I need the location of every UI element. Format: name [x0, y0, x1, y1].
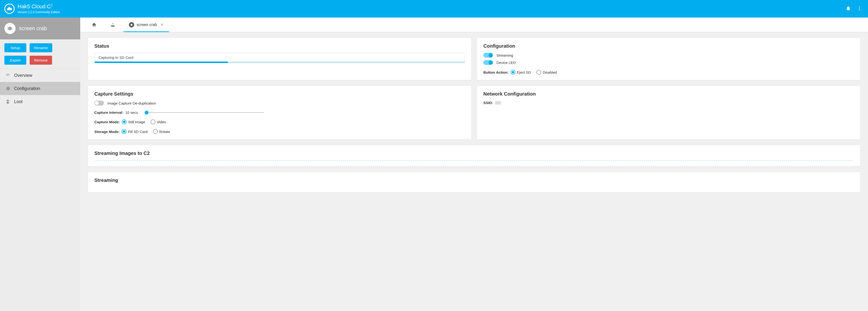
- app-brand: Hak5 Cloud C2 Version 2.2.0 Community Ed…: [18, 4, 60, 13]
- streaming-divider: [94, 160, 854, 161]
- capture-settings-heading: Capture Settings: [94, 91, 465, 97]
- status-heading: Status: [94, 43, 465, 49]
- button-action-label: Button Action:: [483, 70, 509, 74]
- streaming-card: Streaming: [88, 172, 860, 192]
- button-action-disabled[interactable]: Disabled: [536, 70, 557, 75]
- streaming-label: Streaming: [496, 53, 513, 57]
- option-label: Fill SD Card: [128, 130, 148, 134]
- sidebar-device-name: screen crab: [19, 25, 47, 32]
- radio-icon: [151, 119, 155, 124]
- rename-button[interactable]: Rename: [30, 43, 52, 52]
- ssid-value: [495, 101, 501, 104]
- option-label: Eject SD: [517, 70, 531, 74]
- svg-point-1: [859, 8, 860, 9]
- svg-point-4: [131, 24, 132, 26]
- svg-point-2: [859, 9, 860, 10]
- remove-button[interactable]: Remove: [30, 56, 52, 65]
- storage-mode-fill[interactable]: Fill SD Card: [122, 129, 148, 134]
- sidebar-item-label: Overview: [14, 73, 32, 78]
- configuration-card: Configuration Streaming Device LED Butto…: [477, 38, 860, 80]
- tab-device-screen-crab[interactable]: screen crab ✕: [124, 18, 169, 32]
- home-icon: [91, 22, 97, 28]
- svg-point-0: [859, 6, 860, 7]
- tab-label: screen crab: [137, 23, 157, 27]
- tab-home[interactable]: [86, 18, 104, 32]
- streaming-images-heading: Streaming Images to C2: [94, 151, 854, 156]
- option-label: Video: [157, 120, 166, 124]
- sidebar-item-loot[interactable]: Loot: [0, 95, 80, 108]
- ssid-label: SSID:: [483, 101, 493, 105]
- dedup-label: Image Capture De-duplication: [107, 101, 156, 105]
- dedup-toggle[interactable]: [94, 101, 104, 105]
- device-crab-icon: [129, 22, 134, 28]
- storage-mode-label: Storage Mode:: [94, 130, 120, 134]
- device-led-label: Device LED: [496, 61, 516, 65]
- status-progress: [95, 62, 465, 63]
- button-action-eject[interactable]: Eject SD: [510, 70, 531, 75]
- capture-mode-still[interactable]: Still Image: [122, 119, 145, 124]
- sidebar-actions: Setup Rename Export Remove: [0, 39, 80, 69]
- radio-icon: [153, 129, 158, 134]
- tab-close-icon[interactable]: ✕: [160, 22, 164, 27]
- sidebar-item-configuration[interactable]: Configuration: [0, 82, 80, 95]
- configuration-heading: Configuration: [483, 43, 854, 49]
- network-config-card: Network Configuration SSID:: [477, 86, 860, 139]
- streaming-heading: Streaming: [94, 178, 854, 183]
- capture-mode-video[interactable]: Video: [151, 119, 166, 124]
- sidebar-item-label: Loot: [14, 99, 23, 104]
- more-icon[interactable]: [857, 6, 862, 12]
- loot-icon: [5, 99, 11, 104]
- capture-settings-card: Capture Settings Image Capture De-duplic…: [88, 86, 471, 139]
- status-card: Status Capturing to SD Card: [88, 38, 471, 80]
- gear-icon: [5, 86, 11, 91]
- radio-icon: [536, 70, 541, 75]
- capture-interval-value: 10 secs: [125, 111, 138, 115]
- main: screen crab ✕ Status Capturing to SD Car…: [80, 18, 868, 311]
- sidebar-device-header: screen crab: [0, 18, 80, 39]
- app-version: Version 2.2.0 Community Edition: [18, 10, 60, 14]
- app-title: Hak5 Cloud C2: [18, 4, 60, 9]
- radio-icon: [510, 70, 516, 75]
- sidebar-item-label: Configuration: [14, 86, 40, 91]
- status-box: Capturing to SD Card: [94, 53, 465, 63]
- notifications-icon[interactable]: [846, 6, 851, 12]
- option-label: Still Image: [128, 120, 145, 124]
- option-label: Rotate: [159, 130, 170, 134]
- svg-point-3: [8, 27, 12, 30]
- streaming-images-card: Streaming Images to C2: [88, 145, 860, 166]
- network-config-heading: Network Configuration: [483, 91, 854, 97]
- app-logo: [4, 4, 14, 14]
- setup-button[interactable]: Setup: [4, 43, 26, 52]
- sidebar-nav: Overview Configuration Loot: [0, 69, 80, 108]
- radio-icon: [122, 119, 127, 124]
- storage-mode-rotate[interactable]: Rotate: [153, 129, 170, 134]
- gauge-icon: [5, 73, 11, 78]
- export-button[interactable]: Export: [4, 56, 26, 65]
- device-crab-icon: [4, 23, 16, 34]
- streaming-toggle[interactable]: [483, 53, 493, 58]
- capture-interval-slider[interactable]: [145, 112, 264, 113]
- capture-mode-label: Capture Mode:: [94, 120, 120, 124]
- tab-devices[interactable]: [104, 18, 124, 32]
- capture-interval-label: Capture Interval:: [94, 111, 123, 115]
- sidebar-item-overview[interactable]: Overview: [0, 69, 80, 82]
- cloud-icon: [6, 6, 12, 12]
- router-icon: [110, 22, 116, 28]
- sidebar: screen crab Setup Rename Export Remove O…: [0, 18, 80, 311]
- radio-icon: [122, 129, 126, 134]
- tab-bar: screen crab ✕: [80, 18, 868, 32]
- device-led-toggle[interactable]: [483, 60, 493, 65]
- status-text: Capturing to SD Card: [98, 56, 461, 60]
- option-label: Disabled: [543, 70, 557, 74]
- top-bar: Hak5 Cloud C2 Version 2.2.0 Community Ed…: [0, 0, 868, 18]
